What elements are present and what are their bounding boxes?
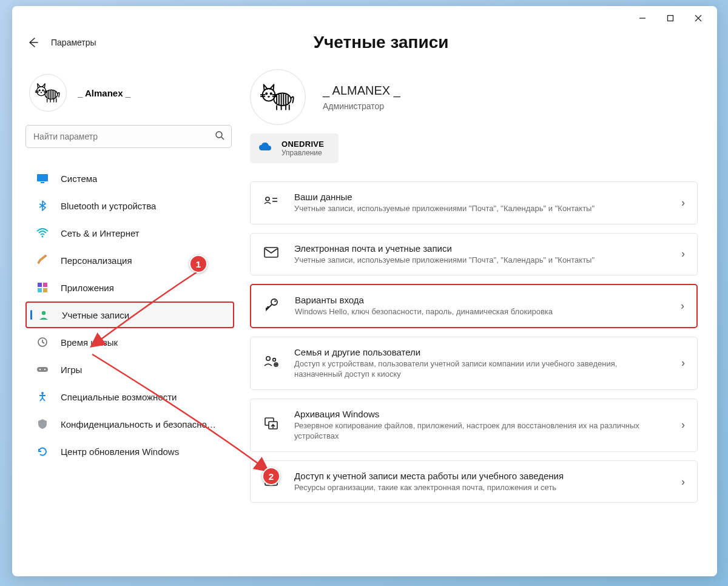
card-your-info[interactable]: Ваши данные Учетные записи, используемые… bbox=[250, 181, 698, 224]
card-sub: Ресурсы организации, такие как электронн… bbox=[294, 482, 667, 493]
card-sub: Доступ к устройствам, пользователи учетн… bbox=[294, 359, 667, 380]
card-sub: Резервное копирование файлов, приложений… bbox=[294, 420, 667, 442]
svg-point-35 bbox=[266, 197, 269, 201]
shield-icon bbox=[35, 418, 50, 430]
cat-icon bbox=[260, 82, 296, 112]
brush-icon bbox=[35, 254, 50, 266]
nav-timelang[interactable]: Время и язык bbox=[25, 329, 234, 355]
svg-point-24 bbox=[39, 369, 41, 370]
profile-name: _ ALMANEX _ bbox=[323, 84, 400, 98]
card-backup[interactable]: Архивация Windows Резервное копирование … bbox=[250, 399, 698, 452]
nav: Система Bluetooth и устройства Сеть & и … bbox=[25, 165, 234, 465]
maximize-button[interactable] bbox=[656, 8, 684, 28]
svg-point-21 bbox=[42, 311, 46, 315]
backup-icon bbox=[263, 417, 280, 433]
card-text: Ваши данные Учетные записи, используемые… bbox=[294, 192, 667, 214]
nav-accessibility[interactable]: Специальные возможности bbox=[25, 383, 234, 410]
cat-icon bbox=[35, 82, 61, 104]
card-text: Варианты входа Windows Hello, ключ безоп… bbox=[295, 295, 666, 317]
card-sub: Windows Hello, ключ безопасности, пароль… bbox=[295, 306, 666, 317]
mail-icon bbox=[263, 247, 280, 261]
chevron-right-icon: › bbox=[681, 300, 684, 312]
sidebar-username: _ Almanex _ bbox=[78, 88, 130, 98]
accessibility-icon bbox=[35, 391, 50, 403]
svg-rect-23 bbox=[37, 367, 48, 372]
card-work-school[interactable]: Доступ к учетной записи места работы или… bbox=[250, 460, 698, 503]
card-sub: Учетные записи, используемые приложениям… bbox=[294, 203, 667, 214]
nav-update[interactable]: Центр обновления Windows bbox=[25, 438, 234, 465]
svg-point-28 bbox=[266, 93, 267, 94]
svg-point-40 bbox=[274, 300, 276, 302]
page-title: Учетные записи bbox=[314, 33, 449, 52]
card-text: Архивация Windows Резервное копирование … bbox=[294, 409, 667, 442]
onedrive-title: ONEDRIVE bbox=[281, 140, 324, 149]
display-icon bbox=[35, 172, 50, 184]
svg-point-6 bbox=[42, 90, 44, 91]
body: _ Almanex _ Система Bluetooth и устройст… bbox=[12, 57, 717, 576]
nav-label: Игры bbox=[61, 365, 82, 375]
nav-label: Время и язык bbox=[61, 337, 118, 348]
cloud-icon bbox=[258, 142, 272, 155]
svg-rect-18 bbox=[43, 283, 47, 287]
nav-label: Bluetooth и устройства bbox=[61, 201, 156, 211]
svg-point-5 bbox=[39, 90, 40, 91]
svg-point-42 bbox=[273, 359, 276, 362]
card-family[interactable]: Семья и другие пользователи Доступ к уст… bbox=[250, 337, 698, 390]
nav-apps[interactable]: Приложения bbox=[25, 274, 234, 301]
nav-label: Сеть & и Интернет bbox=[61, 228, 140, 238]
card-title: Доступ к учетной записи места работы или… bbox=[294, 471, 667, 481]
svg-rect-1 bbox=[668, 16, 673, 21]
svg-point-29 bbox=[271, 93, 272, 94]
svg-rect-19 bbox=[38, 288, 42, 292]
card-title: Ваши данные bbox=[294, 192, 667, 202]
card-title: Варианты входа bbox=[295, 295, 666, 305]
chevron-right-icon: › bbox=[681, 197, 685, 209]
sidebar-user-card[interactable]: _ Almanex _ bbox=[25, 69, 234, 125]
svg-point-16 bbox=[42, 236, 44, 238]
profile-role: Администратор bbox=[323, 101, 400, 111]
nav-accounts[interactable]: Учетные записи bbox=[25, 301, 234, 328]
card-title: Электронная почта и учетные записи bbox=[294, 243, 667, 254]
wifi-icon bbox=[35, 227, 50, 239]
app-title: Параметры bbox=[51, 38, 96, 47]
nav-bluetooth[interactable]: Bluetooth и устройства bbox=[25, 192, 234, 219]
svg-point-26 bbox=[41, 392, 44, 394]
svg-point-12 bbox=[216, 132, 222, 138]
svg-line-13 bbox=[221, 137, 224, 140]
nav-system[interactable]: Система bbox=[25, 165, 234, 192]
search-input[interactable] bbox=[25, 125, 232, 148]
header: Параметры Учетные записи bbox=[12, 30, 717, 57]
apps-icon bbox=[35, 281, 50, 294]
svg-rect-15 bbox=[41, 182, 44, 183]
nav-label: Персонализация bbox=[61, 255, 132, 266]
nav-label: Специальные возможности bbox=[61, 392, 177, 402]
nav-privacy[interactable]: Конфиденциальность и безопасность bbox=[25, 411, 234, 437]
onedrive-sub: Управление bbox=[281, 149, 324, 157]
annotation-badge-1: 1 bbox=[189, 255, 207, 273]
update-icon bbox=[35, 445, 50, 457]
card-signin-options[interactable]: Варианты входа Windows Hello, ключ безоп… bbox=[250, 284, 698, 328]
person-icon bbox=[36, 309, 51, 321]
nav-label: Система bbox=[61, 173, 97, 184]
chevron-right-icon: › bbox=[681, 419, 685, 431]
nav-label: Центр обновления Windows bbox=[61, 446, 179, 457]
onedrive-text: ONEDRIVE Управление bbox=[281, 140, 324, 157]
clock-icon bbox=[35, 336, 50, 348]
close-button[interactable] bbox=[684, 8, 712, 28]
card-text: Семья и другие пользователи Доступ к уст… bbox=[294, 347, 667, 380]
chevron-right-icon: › bbox=[681, 476, 685, 488]
id-icon bbox=[263, 195, 280, 210]
onedrive-card[interactable]: ONEDRIVE Управление bbox=[250, 133, 339, 163]
card-text: Доступ к учетной записи места работы или… bbox=[294, 471, 667, 493]
people-icon bbox=[263, 355, 280, 371]
back-button[interactable] bbox=[25, 35, 40, 50]
nav-gaming[interactable]: Игры bbox=[25, 356, 234, 383]
card-title: Архивация Windows bbox=[294, 409, 667, 419]
nav-network[interactable]: Сеть & и Интернет bbox=[25, 220, 234, 246]
nav-label: Конфиденциальность и безопасность bbox=[61, 419, 218, 429]
profile-avatar[interactable] bbox=[250, 69, 306, 125]
minimize-button[interactable] bbox=[629, 8, 656, 28]
main-content: _ ALMANEX _ Администратор ONEDRIVE Управ… bbox=[243, 57, 715, 576]
settings-window: Параметры Учетные записи bbox=[12, 6, 717, 576]
card-email-accounts[interactable]: Электронная почта и учетные записи Учетн… bbox=[250, 233, 698, 276]
